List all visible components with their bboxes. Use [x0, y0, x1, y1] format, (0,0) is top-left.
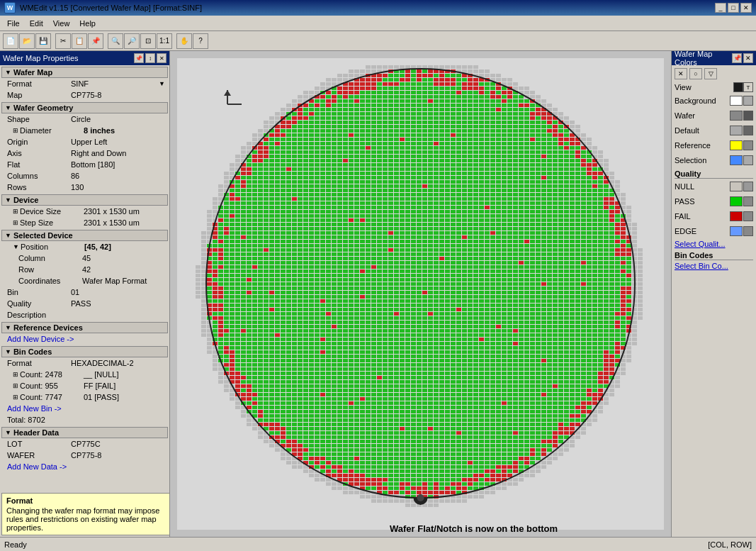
prop-map: Map CP775-8 — [1, 89, 168, 101]
view-text-icon[interactable]: T — [743, 82, 753, 92]
null-swatch2[interactable] — [743, 182, 753, 191]
add-new-bin[interactable]: Add New Bin -> — [1, 403, 168, 414]
status-text: Ready — [4, 540, 27, 549]
color-view-row: View T — [675, 82, 753, 92]
prop-axis: Axis Right and Down — [1, 148, 168, 159]
prop-quality: Quality PASS — [1, 298, 168, 309]
selection-swatch2[interactable] — [743, 155, 753, 165]
bottom-info: Format Changing the wafer map format may… — [1, 493, 170, 535]
maximize-button[interactable]: □ — [728, 3, 739, 13]
edge-swatch[interactable] — [730, 226, 743, 236]
prop-bin-count3: ⊞ Count: 7747 01 [PASS] — [1, 391, 168, 403]
prop-bin-format: Format HEXADECIMAL-2 — [1, 357, 168, 369]
prop-description: Description — [1, 309, 168, 321]
reference-swatch[interactable] — [730, 140, 743, 150]
section-wafer-geometry[interactable]: ▼ Wafer Geometry — [1, 102, 168, 113]
prop-column: Column 45 — [1, 252, 168, 264]
section-device[interactable]: ▼ Device — [1, 194, 168, 206]
select-quality-link[interactable]: Select Qualit... — [675, 240, 753, 248]
wafer-swatch2[interactable] — [743, 111, 753, 121]
minimize-button[interactable]: _ — [715, 3, 726, 13]
panel-close-button[interactable]: ✕ — [157, 53, 167, 63]
left-panel-header: Wafer Map Properties 📌 ↕ ✕ — [0, 51, 169, 65]
rp-bin-codes-section: Bin Codes — [675, 251, 753, 260]
prop-total: Total: 8702 — [1, 414, 168, 425]
color-edge-row: EDGE — [675, 225, 753, 238]
zoom-fit-button[interactable]: ⊡ — [140, 33, 156, 49]
rp-x-button[interactable]: ✕ — [675, 68, 687, 79]
help-button[interactable]: ? — [193, 33, 208, 49]
reference-swatch2[interactable] — [743, 140, 753, 150]
panel-sort-button[interactable]: ↕ — [145, 53, 155, 63]
titlebar-title: WMEdit v1.15 [Converted Wafer Map] [Form… — [20, 4, 202, 12]
edge-swatch2[interactable] — [743, 226, 753, 236]
prop-position: ▼ Position [45, 42] — [1, 241, 168, 252]
paste-button[interactable]: 📌 — [88, 33, 103, 49]
wafer-canvas[interactable] — [170, 51, 671, 537]
rp-circle-button[interactable]: ○ — [689, 68, 702, 79]
prop-shape: Shape Circle — [1, 113, 168, 125]
selection-swatch[interactable] — [730, 155, 743, 165]
zoom-100-button[interactable]: 1:1 — [157, 33, 172, 49]
menubar: File Edit View Help — [0, 16, 756, 31]
prop-wafer: WAFER CP775-8 — [1, 450, 168, 461]
zoom-out-button[interactable]: 🔎 — [124, 33, 140, 49]
titlebar: W WMEdit v1.15 [Converted Wafer Map] [Fo… — [0, 0, 756, 16]
menu-help[interactable]: Help — [75, 18, 100, 29]
background-swatch2[interactable] — [743, 96, 753, 106]
section-wafer-map[interactable]: ▼ Wafer Map — [1, 67, 168, 78]
menu-file[interactable]: File — [3, 18, 24, 29]
wafer-map-area[interactable] — [170, 51, 671, 537]
bottom-info-text: Changing the wafer map format may impose… — [6, 506, 165, 532]
prop-row-val: Row 42 — [1, 264, 168, 275]
default-swatch2[interactable] — [743, 126, 753, 135]
close-button[interactable]: ✕ — [740, 3, 752, 13]
left-panel: Wafer Map Properties 📌 ↕ ✕ ▼ Wafer Map F… — [0, 51, 170, 537]
color-selection-row: Selection — [675, 154, 753, 167]
default-swatch[interactable] — [730, 126, 743, 135]
position-indicator: [COL, ROW] — [708, 540, 752, 549]
rp-filter-button[interactable]: ▽ — [704, 68, 717, 79]
rp-close-button[interactable]: ✕ — [743, 53, 753, 63]
pass-swatch2[interactable] — [743, 196, 753, 206]
prop-origin: Origin Upper Left — [1, 136, 168, 148]
section-header-data[interactable]: ▼ Header Data — [1, 427, 168, 438]
background-swatch[interactable] — [730, 96, 743, 106]
select-bin-link[interactable]: Select Bin Co... — [675, 262, 753, 270]
color-wafer-row: Wafer — [675, 109, 753, 122]
panel-pin-button[interactable]: 📌 — [134, 53, 144, 63]
menu-view[interactable]: View — [49, 18, 74, 29]
menu-edit[interactable]: Edit — [26, 18, 47, 29]
prop-columns: Columns 86 — [1, 170, 168, 182]
prop-rows: Rows 130 — [1, 182, 168, 193]
app-icon: W — [4, 2, 16, 13]
pass-swatch[interactable] — [730, 196, 743, 206]
right-panel-header-buttons: 📌 ✕ — [732, 53, 753, 63]
fail-swatch2[interactable] — [743, 211, 753, 221]
prop-bin-count2: ⊞ Count: 955 FF [FAIL] — [1, 380, 168, 391]
main-area: Wafer Map Properties 📌 ↕ ✕ ▼ Wafer Map F… — [0, 51, 756, 537]
add-reference-device[interactable]: Add New Device -> — [1, 333, 168, 345]
prop-bin: Bin 01 — [1, 286, 168, 298]
view-color-black[interactable] — [733, 82, 743, 92]
pan-button[interactable]: ✋ — [176, 33, 192, 49]
section-reference-devices[interactable]: ▼ Reference Devices — [1, 322, 168, 333]
new-button[interactable]: 📄 — [3, 33, 18, 49]
cut-button[interactable]: ✂ — [55, 33, 71, 49]
fail-swatch[interactable] — [730, 211, 743, 221]
color-null-row: NULL — [675, 180, 753, 193]
copy-button[interactable]: 📋 — [72, 33, 87, 49]
color-pass-row: PASS — [675, 195, 753, 208]
null-swatch[interactable] — [730, 182, 743, 191]
zoom-in-button[interactable]: 🔍 — [108, 33, 123, 49]
section-selected-device[interactable]: ▼ Selected Device — [1, 230, 168, 241]
statusbar: Ready [COL, ROW] — [0, 537, 756, 551]
save-button[interactable]: 💾 — [35, 33, 51, 49]
wafer-swatch[interactable] — [730, 111, 743, 121]
color-background-row: Background — [675, 94, 753, 107]
open-button[interactable]: 📂 — [19, 33, 35, 49]
prop-diameter: ⊞ Diameter 8 inches — [1, 125, 168, 136]
section-bin-codes[interactable]: ▼ Bin Codes — [1, 346, 168, 357]
add-new-data[interactable]: Add New Data -> — [1, 461, 168, 472]
rp-pin-button[interactable]: 📌 — [732, 53, 742, 63]
